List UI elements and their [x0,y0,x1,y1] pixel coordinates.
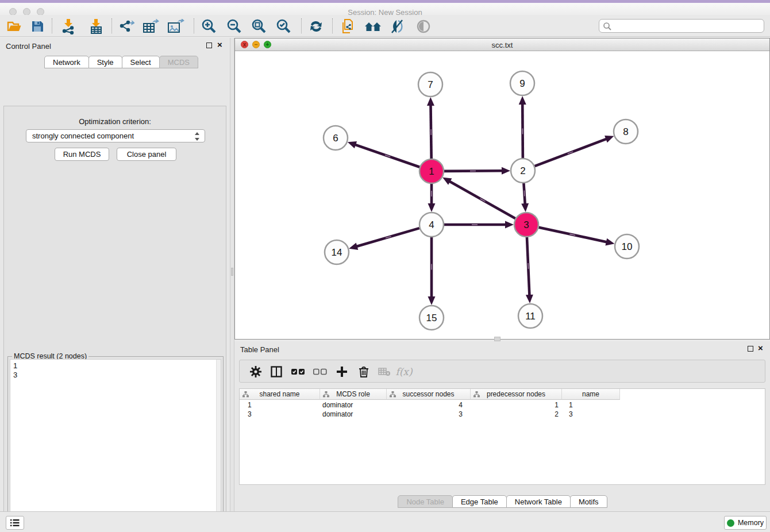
close-panel-button[interactable]: Close panel [117,148,176,161]
copy-network-icon[interactable] [338,18,357,35]
memory-button-label: Memory [738,519,764,527]
settings-gear-icon[interactable] [248,364,264,379]
zoom-out-icon[interactable] [224,18,244,35]
column-header-predecessor-nodes[interactable]: predecessor nodes [471,389,562,400]
result-scrollbar[interactable] [216,360,221,532]
column-hierarchy-icon [242,391,249,399]
tab-node-table[interactable]: Node Table [398,495,453,508]
create-column-icon[interactable] [334,364,350,379]
table-cell[interactable]: 1 [240,400,320,410]
import-network-icon[interactable] [59,18,78,35]
table-cell[interactable]: 2 [471,410,562,419]
network-graph-canvas[interactable]: 7968124314101511 [235,51,769,339]
graph-node-label: 3 [523,219,529,230]
toolbar-separator [52,18,52,33]
memory-status-dot [727,519,734,527]
apply-layout-icon[interactable] [306,18,326,35]
tab-edge-table[interactable]: Edge Table [452,495,507,508]
show-panels-list-icon[interactable] [6,516,24,530]
show-all-columns-icon[interactable] [290,364,306,379]
function-builder-icon[interactable]: f(x) [396,364,412,379]
criterion-select[interactable]: strongly connected component [26,129,205,142]
graph-node-label: 7 [428,79,433,90]
hide-all-columns-icon[interactable] [312,364,328,379]
search-input[interactable] [614,20,761,32]
table-panel-float-icon[interactable] [748,346,753,352]
tab-select[interactable]: Select [122,56,160,68]
save-session-icon[interactable] [28,18,47,35]
delete-column-trash-icon[interactable] [356,364,372,379]
edge-arrowhead [427,97,434,106]
edge-label-mark [524,191,525,196]
mcds-result-line: 3 [13,371,221,380]
network-view-window: x – + scc.txt 7968124314101511 [234,38,770,340]
zoom-selected-icon[interactable] [274,18,293,35]
search-field[interactable] [599,19,764,33]
zoom-in-icon[interactable] [199,18,218,35]
tab-motifs[interactable]: Motifs [570,495,607,508]
network-window-titlebar[interactable]: x – + scc.txt [235,38,769,51]
edge-arrowhead [526,295,533,303]
network-window-title: scc.txt [235,41,769,49]
column-header-successor-nodes[interactable]: successor nodes [387,389,471,400]
edge-arrowhead [348,141,357,148]
table-cell[interactable]: 3 [562,410,620,419]
column-header-name[interactable]: name [562,389,620,400]
table-cell[interactable]: dominator [320,410,387,419]
mcds-result-list[interactable]: 13 [10,359,221,532]
app-titlebar: Session: New Session [0,3,770,15]
splitter-grip[interactable] [231,268,233,276]
tab-network[interactable]: Network [44,56,89,68]
control-panel-close-icon[interactable]: × [217,40,222,50]
export-image-icon[interactable] [166,18,186,35]
table-cell[interactable]: 1 [562,400,620,410]
toolbar-separator [111,18,112,33]
hide-style-icon[interactable] [388,18,407,35]
table-cell[interactable]: 3 [387,410,471,419]
select-spinner-icon [194,132,200,141]
column-view-icon[interactable] [268,364,284,379]
table-cell[interactable]: dominator [320,400,387,410]
column-hierarchy-icon [390,391,396,399]
table-cell[interactable]: 4 [387,400,471,410]
export-network-icon[interactable] [117,18,136,35]
preview-eye-icon[interactable] [414,18,433,35]
edge-arrowhead [605,238,614,246]
horizontal-splitter-grip[interactable] [494,337,500,341]
graph-node-label: 2 [520,165,525,176]
optimization-criterion-label: Optimization criterion: [4,117,226,126]
column-header-label: predecessor nodes [487,390,545,398]
application-window: Session: New Session [0,0,770,532]
edge-arrowhead [505,221,514,229]
main-toolbar [0,15,770,37]
tab-style[interactable]: Style [88,56,122,68]
open-session-icon[interactable] [5,18,24,35]
mcds-result-group: MCDS result (2 nodes) 13 [7,352,224,532]
column-header-shared-name[interactable]: shared name [240,389,320,400]
tab-mcds[interactable]: MCDS [159,56,198,68]
table-cell[interactable]: 1 [471,400,562,410]
table-header-row: shared nameMCDS rolesuccessor nodesprede… [240,389,620,400]
column-header-MCDS-role[interactable]: MCDS role [320,389,387,400]
zoom-fit-icon[interactable] [249,18,268,35]
import-table-icon[interactable] [86,18,106,35]
table-row[interactable]: 3dominator323 [240,410,620,419]
delete-table-icon[interactable] [376,364,392,379]
run-mcds-button[interactable]: Run MCDS [55,148,109,161]
tab-network-table[interactable]: Network Table [506,495,571,508]
vertical-splitter[interactable] [230,38,234,511]
control-panel-title: Control Panel [6,42,51,51]
export-table-icon[interactable] [141,18,161,35]
graph-node-label: 15 [426,313,437,323]
control-panel: Control Panel × NetworkStyleSelectMCDS O… [0,38,230,511]
control-panel-float-icon[interactable] [206,43,212,48]
table-row[interactable]: 1dominator411 [240,400,620,410]
status-bar: Memory [0,511,770,532]
table-panel-close-icon[interactable]: × [758,343,763,353]
graph-node-label: 8 [623,126,628,137]
table-cell[interactable]: 3 [240,410,320,419]
graph-node-label: 9 [519,78,525,89]
home-icon[interactable] [363,18,383,35]
memory-button[interactable]: Memory [724,516,767,530]
table-panel-tabs: Node TableEdge TableNetwork TableMotifs [234,495,770,508]
